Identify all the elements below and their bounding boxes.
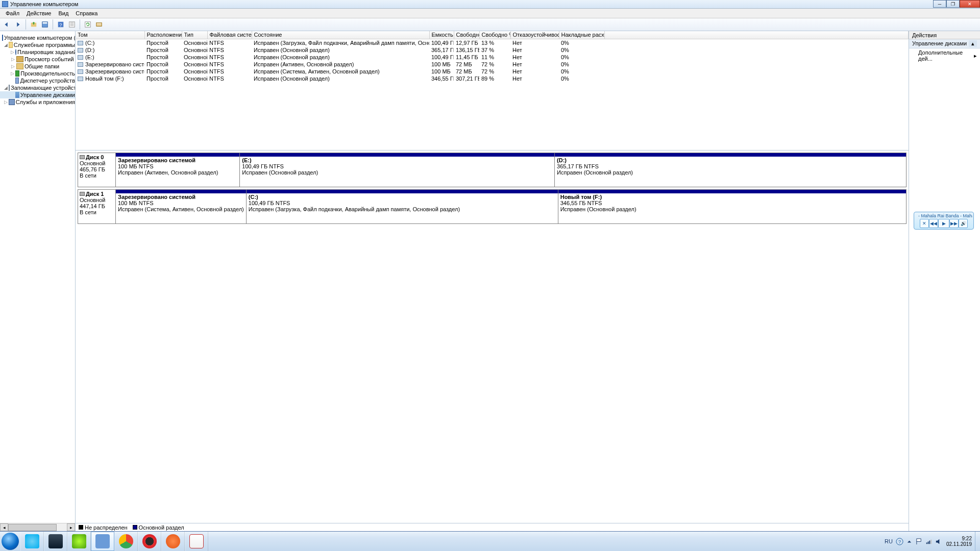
table-row[interactable]: Зарезервировано системойПростойОсновнойN… <box>76 61 909 68</box>
media-prev-button[interactable]: ◀◀ <box>929 219 938 228</box>
svg-rect-17 <box>928 541 929 544</box>
utorrent-icon <box>72 534 86 548</box>
volume-icon <box>78 77 83 81</box>
media-mute-button[interactable]: ✕ <box>920 219 929 228</box>
table-row[interactable]: (C:)ПростойОсновнойNTFSИсправен (Загрузк… <box>76 39 909 46</box>
table-header-row: Том Расположение Тип Файловая система Со… <box>76 31 909 39</box>
network-tray-icon[interactable] <box>925 538 933 545</box>
volume-icon <box>78 69 83 74</box>
toolbar-btn-help[interactable]: ? <box>55 19 66 30</box>
scroll-right-button[interactable]: ▸ <box>67 523 75 531</box>
flag-tray-icon[interactable] <box>915 538 923 545</box>
media-play-button[interactable]: ▶ <box>938 219 949 228</box>
volume-tray-icon[interactable] <box>935 538 942 545</box>
disk-info: Диск 0Основной465,76 ГБВ сети <box>78 153 116 187</box>
disk-partition[interactable]: (E:)100,49 ГБ NTFSИсправен (Основной раз… <box>240 153 555 187</box>
disk-partition[interactable]: Новый том (F:)346,55 ГБ NTFSИсправен (Ос… <box>558 190 906 223</box>
scroll-left-button[interactable]: ◂ <box>0 523 8 531</box>
table-row[interactable]: Новый том (F:)ПростойОсновнойNTFSИсправе… <box>76 75 909 82</box>
table-row[interactable]: (E:)ПростойОсновнойNTFSИсправен (Основно… <box>76 54 909 61</box>
tree-disk-management[interactable]: Управление дисками <box>0 91 75 98</box>
media-player-widget[interactable]: - Mahala Rai Banda - Mahala ✕ ◀◀ ▶ ▶▶ 🔊 <box>914 212 974 230</box>
svg-text:?: ? <box>59 22 62 28</box>
tree-services[interactable]: ▷Службы и приложения <box>0 98 75 106</box>
toolbar-btn-view[interactable] <box>39 19 51 30</box>
disk-partition[interactable]: (D:)365,17 ГБ NTFSИсправен (Основной раз… <box>555 153 906 187</box>
col-free[interactable]: Свободно <box>454 31 479 39</box>
disk-partition[interactable]: (C:)100,49 ГБ NTFSИсправен (Загрузка, Фа… <box>247 190 558 223</box>
media-next-button[interactable]: ▶▶ <box>949 219 959 228</box>
maximize-button[interactable]: ❐ <box>946 0 960 8</box>
scroll-track[interactable] <box>8 523 67 531</box>
help-tray-icon[interactable]: ? <box>896 538 903 545</box>
menu-action[interactable]: Действие <box>23 10 55 16</box>
chrome-icon <box>119 534 133 548</box>
aimp-icon <box>189 534 204 548</box>
forward-button[interactable] <box>12 19 23 30</box>
col-layout[interactable]: Расположение <box>144 31 182 39</box>
menu-view[interactable]: Вид <box>55 10 72 16</box>
col-fault[interactable]: Отказоустойчивость <box>510 31 559 39</box>
table-row[interactable]: (D:)ПростойОсновнойNTFSИсправен (Основно… <box>76 46 909 54</box>
media-vol-button[interactable]: 🔊 <box>959 219 968 228</box>
tree-root[interactable]: Управление компьютером (л <box>0 34 75 41</box>
col-type[interactable]: Тип <box>182 31 207 39</box>
taskbar-app-steam[interactable] <box>44 532 67 551</box>
tree-hscroll[interactable]: ◂ ▸ <box>0 523 75 531</box>
start-button[interactable] <box>0 532 20 552</box>
menu-file[interactable]: Файл <box>2 10 23 16</box>
toolbar-btn-list[interactable] <box>93 19 105 30</box>
table-row[interactable]: Зарезервировано системойПростойОсновнойN… <box>76 68 909 75</box>
col-overhead[interactable]: Накладные расходы <box>559 31 604 39</box>
toolbar-btn-refresh[interactable] <box>82 19 93 30</box>
toolbar-btn-export[interactable] <box>28 19 39 30</box>
show-desktop-button[interactable] <box>975 532 979 551</box>
actions-more-actions[interactable]: Дополнительные дей...▸ <box>909 48 980 63</box>
minimize-button[interactable]: ─ <box>933 0 946 8</box>
svg-rect-11 <box>97 23 102 23</box>
legend-primary: Основной раздел <box>133 524 184 531</box>
volume-icon <box>78 62 83 67</box>
disk-partition[interactable]: Зарезервировано системой100 МБ NTFSИспра… <box>116 153 240 187</box>
disk-map-area: Диск 0Основной465,76 ГБВ сетиЗарезервиро… <box>76 151 909 523</box>
actions-group-disk[interactable]: Управление дисками▴ <box>909 39 980 48</box>
back-button[interactable] <box>1 19 12 30</box>
toolbar-btn-props[interactable] <box>66 19 78 30</box>
taskbar-app-chrome[interactable] <box>114 532 138 551</box>
svg-rect-7 <box>70 24 74 24</box>
tree-scheduler[interactable]: ▷Планировщик заданий <box>0 48 75 56</box>
menu-help[interactable]: Справка <box>72 10 101 16</box>
col-state[interactable]: Состояние <box>252 31 429 39</box>
tray-language[interactable]: RU <box>883 538 895 544</box>
taskbar-app-aimp[interactable] <box>185 532 208 551</box>
col-capacity[interactable]: Емкость <box>429 31 454 39</box>
tray-chevron-icon[interactable] <box>905 538 913 545</box>
tree-storage[interactable]: ◢Запоминающие устройст <box>0 84 75 91</box>
close-button[interactable]: ✕ <box>960 0 980 8</box>
taskbar-app-opera[interactable] <box>138 532 161 551</box>
taskbar-app-browser2[interactable] <box>161 532 185 551</box>
taskbar-app-mmc[interactable] <box>91 532 114 551</box>
svg-rect-8 <box>70 26 74 26</box>
volume-table: Том Расположение Тип Файловая система Со… <box>76 31 909 151</box>
taskbar-app-skype[interactable] <box>20 532 44 551</box>
toolbar-separator <box>80 19 80 30</box>
title-bar: Управление компьютером ─ ❐ ✕ <box>0 0 980 9</box>
actions-caret-icon[interactable]: ▴ <box>969 40 977 47</box>
tree-events[interactable]: ▷Просмотр событий <box>0 56 75 63</box>
col-free-pct[interactable]: Свободно % <box>479 31 510 39</box>
col-fs[interactable]: Файловая система <box>207 31 252 39</box>
tree-shared-folders[interactable]: ▷Общие папки <box>0 63 75 70</box>
volume-icon <box>78 48 83 53</box>
taskbar-app-utorrent[interactable] <box>67 532 91 551</box>
col-volume[interactable]: Том <box>76 31 144 39</box>
svg-rect-9 <box>85 22 91 28</box>
tree-device-manager[interactable]: Диспетчер устройств <box>0 77 75 84</box>
skype-icon <box>25 534 39 548</box>
disk-partition[interactable]: Зарезервировано системой100 МБ NTFSИспра… <box>116 190 247 223</box>
tree-performance[interactable]: ▷Производительность <box>0 70 75 77</box>
tree-system-tools[interactable]: ◢Служебные программы <box>0 41 75 48</box>
scroll-thumb[interactable] <box>8 524 57 531</box>
tray-clock[interactable]: 9:2202.11.2019 <box>943 536 975 547</box>
media-track-title: - Mahala Rai Banda - Mahala <box>918 213 972 218</box>
